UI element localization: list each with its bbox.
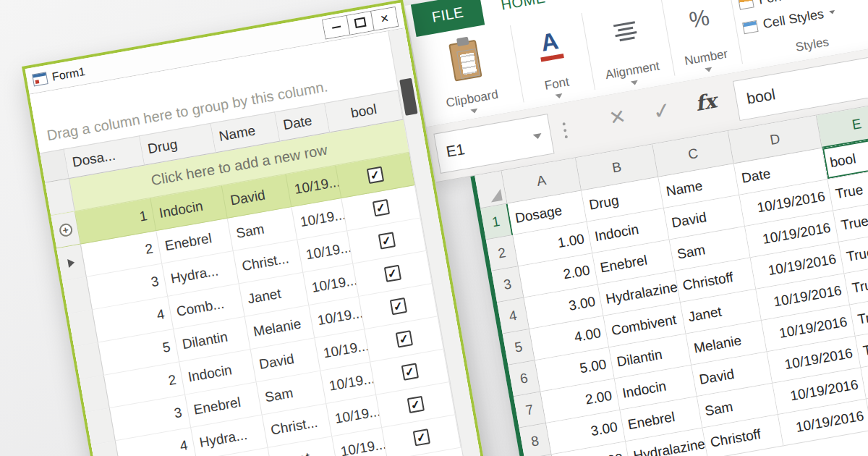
chevron-down-icon[interactable] [631, 80, 639, 86]
cell-styles-icon [742, 20, 758, 33]
chevron-down-icon[interactable] [470, 109, 478, 114]
minimize-icon [332, 25, 341, 28]
insert-function-icon[interactable]: fx [694, 91, 718, 115]
checkmark-icon: ✓ [369, 169, 380, 182]
plus-icon: + [58, 222, 73, 237]
checkmark-icon: ✓ [404, 366, 415, 379]
form-icon [32, 72, 48, 86]
close-icon: × [379, 11, 389, 26]
checkbox[interactable]: ✓ [366, 166, 383, 184]
checkbox[interactable]: ✓ [395, 330, 412, 347]
align-lines-icon[interactable] [613, 18, 638, 45]
formula-value: bool [745, 85, 776, 108]
maximize-icon [354, 17, 367, 28]
window-title: Form1 [51, 65, 87, 84]
close-button[interactable]: × [370, 7, 398, 30]
chevron-down-icon[interactable] [533, 132, 542, 139]
select-all-icon [489, 189, 503, 203]
checkmark-icon: ✓ [398, 332, 409, 345]
checkbox[interactable]: ✓ [407, 396, 424, 413]
checkbox[interactable]: ✓ [383, 265, 401, 282]
checkmark-icon: ✓ [392, 300, 404, 313]
minimize-button[interactable] [323, 16, 349, 38]
format-as-table-icon [738, 0, 754, 9]
maximize-button[interactable] [346, 12, 374, 35]
excel-window: FILE HOME Clipboard A Font [405, 0, 868, 456]
paste-icon[interactable] [444, 35, 486, 85]
cancel-icon[interactable]: × [608, 103, 627, 131]
chevron-down-icon[interactable] [555, 93, 563, 99]
ribbon-group-alignment: Alignment [580, 0, 675, 95]
checkbox[interactable]: ✓ [378, 232, 395, 249]
checkmark-icon: ✓ [375, 201, 386, 214]
checkmark-icon: ✓ [415, 431, 427, 444]
percent-icon[interactable]: % [687, 6, 711, 31]
current-row-arrow-icon [67, 258, 75, 267]
enter-icon[interactable]: ✓ [651, 99, 673, 124]
formula-bar-dots [562, 122, 568, 138]
checkmark-icon: ✓ [380, 235, 392, 248]
checkbox[interactable]: ✓ [412, 428, 430, 446]
group-label-font: Font [543, 75, 570, 93]
chevron-down-icon [829, 10, 835, 14]
font-color-icon[interactable]: A [533, 12, 566, 77]
checkbox[interactable]: ✓ [389, 297, 407, 315]
group-label-alignment: Alignment [604, 59, 660, 83]
checkbox[interactable]: ✓ [372, 199, 389, 216]
checkmark-icon: ✓ [386, 267, 398, 280]
scrollbar-thumb[interactable] [399, 78, 417, 116]
checkbox[interactable]: ✓ [401, 363, 418, 381]
desktop-background: Form1 × Drag a column here to group by t… [0, 0, 868, 456]
checkmark-icon: ✓ [409, 398, 421, 411]
group-label-number: Number [684, 47, 729, 69]
cell-styles-button[interactable]: Cell Styles [742, 4, 837, 35]
ribbon-group-clipboard: Clipboard [411, 20, 524, 124]
name-box-value: E1 [445, 140, 466, 161]
chevron-down-icon[interactable] [705, 67, 712, 73]
